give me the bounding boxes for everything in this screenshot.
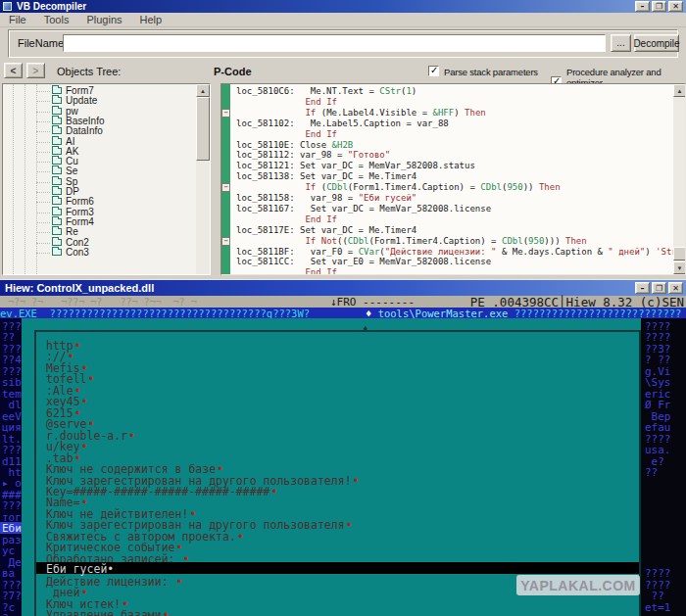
tree-item-pw[interactable]: pw — [3, 107, 210, 117]
frame-border-top — [34, 330, 641, 332]
vb-maximize-button[interactable]: ❐ — [652, 1, 666, 12]
code-line[interactable]: loc_5811BF: var_F0 = CVar("Действие лице… — [236, 247, 686, 258]
code-line[interactable]: End If — [236, 129, 337, 140]
right-column-entry: ???? — [645, 579, 671, 591]
left-column-entry: ??4 — [2, 354, 22, 365]
tree-scrollbar-thumb[interactable] — [196, 97, 210, 161]
left-column-entry: ?c — [2, 601, 15, 613]
code-line[interactable]: loc_581102: Me.Label5.Caption = var_88 — [236, 118, 449, 129]
code-token — [236, 182, 305, 192]
tree-item-dp[interactable]: DP — [3, 187, 210, 197]
tree-item-ai[interactable]: AI — [3, 137, 210, 147]
highlighted-string-row[interactable]: Еби гусей• — [36, 562, 639, 574]
tree-item-cu[interactable]: Cu — [3, 157, 210, 166]
folder-icon — [52, 178, 62, 185]
vb-decompiler-titlebar[interactable]: VB Decompiler – ❐ ✕ — [0, 0, 686, 13]
tree-item-ak[interactable]: AK — [3, 147, 210, 157]
vb-minimize-button[interactable]: – — [635, 1, 650, 12]
scroll-down-icon[interactable]: ▼ — [673, 261, 686, 274]
code-line[interactable]: loc_581112: var_98 = "Готово" — [236, 150, 390, 161]
string-row: дней• — [46, 586, 88, 597]
decompile-button[interactable]: Decompile — [634, 34, 679, 52]
string-row: r.double-a.r• — [46, 429, 135, 441]
status-garbled-text: ¬?¬ ?¬ ¬??¬ ¬? ??¬ ?¬¬ ¬? ¬ — [8, 297, 197, 308]
string-terminator-bullet: • — [81, 440, 88, 453]
tree-connector — [36, 142, 50, 143]
browse-button[interactable]: ... — [611, 34, 631, 52]
string-row: u/key• — [46, 440, 88, 451]
tree-item-con2[interactable]: Con2 — [3, 238, 210, 248]
fold-collapse-icon[interactable]: − — [221, 183, 230, 192]
fold-collapse-icon[interactable]: − — [221, 109, 230, 118]
tree-item-baseinfo[interactable]: BaseInfo — [3, 117, 210, 126]
fold-collapse-icon[interactable]: − — [221, 237, 230, 246]
tree-item-form4[interactable]: Form4 — [3, 217, 210, 227]
code-line[interactable]: loc_5811CC: Set var_E0 = MemVar_582008.l… — [236, 257, 491, 267]
code-line[interactable]: loc_58117E: Set var_DC = Me.Timer4 — [236, 225, 416, 236]
code-line[interactable]: End If — [236, 97, 337, 108]
frame-border-right — [639, 330, 641, 616]
tree-item-form3[interactable]: Form3 — [3, 208, 210, 217]
tree-item-sp[interactable]: Sp — [3, 177, 210, 187]
code-token: CDbl — [480, 182, 502, 192]
code-line[interactable]: loc_5810C6: Me.NT.Text = CStr(1) — [236, 86, 416, 97]
code-line[interactable]: loc_581121: Set var_DC = MemVar_582008.s… — [236, 161, 475, 171]
string-terminator-bullet: • — [270, 485, 277, 498]
code-line[interactable]: End If — [236, 214, 337, 225]
code-line[interactable]: loc_581158: var_98 = "Еби гусей" — [236, 193, 416, 204]
left-column-entry: dl — [2, 399, 22, 410]
folder-icon — [52, 118, 62, 124]
folder-icon — [52, 97, 62, 104]
right-column-entry: ???? — [645, 320, 671, 332]
nav-forward-button[interactable]: > — [26, 63, 45, 78]
tree-connector — [36, 112, 50, 113]
vb-close-button[interactable]: ✕ — [668, 1, 683, 12]
code-token: loc_58110E: Close — [236, 140, 332, 150]
filename-input[interactable] — [63, 34, 606, 52]
code-scrollbar-thumb[interactable] — [673, 247, 686, 261]
right-column-entry: eric — [645, 388, 671, 400]
code-token: &HFF — [433, 108, 455, 118]
tree-item-update[interactable]: Update — [3, 96, 210, 106]
code-scrollbar[interactable]: ▲ ▼ — [673, 84, 686, 274]
scroll-up-icon[interactable]: ▲ — [196, 84, 210, 97]
tree-item-form7[interactable]: Form7 — [3, 86, 210, 96]
left-column-entry: ус — [2, 545, 15, 556]
code-line[interactable]: If Not((CDbl(Form1.Timer4.Caption) = CDb… — [236, 236, 587, 247]
watermark-badge: YAPLAKAL.COM — [516, 575, 640, 595]
folder-icon — [52, 239, 62, 246]
left-column-entry: ?7? — [2, 590, 22, 601]
checkbox-option-0[interactable] — [428, 66, 439, 76]
menu-item-file[interactable]: File — [0, 13, 35, 26]
code-token: loc_581167: Set var_DC = MemVar_582008.l… — [236, 204, 491, 213]
hiew-maximize-button[interactable]: ❐ — [652, 282, 666, 294]
code-line[interactable]: loc_581167: Set var_DC = MemVar_582008.l… — [236, 204, 491, 214]
tree-item-se[interactable]: Se — [3, 166, 210, 176]
left-column-entry: ва — [2, 567, 15, 579]
folder-icon — [52, 198, 62, 205]
menu-item-plugins[interactable]: Plugins — [77, 13, 130, 26]
code-line[interactable]: loc_58110E: Close &H2B — [236, 140, 353, 151]
tree-scrollbar[interactable]: ▲ — [196, 84, 210, 274]
menu-item-tools[interactable]: Tools — [35, 13, 78, 26]
string-row: Управление базами• — [46, 608, 170, 616]
code-token: loc_581121: Set var_DC = MemVar_582008.s… — [236, 161, 475, 170]
hiew-minimize-button[interactable]: – — [635, 282, 650, 294]
tree-item-datainfo[interactable]: DataInfo — [3, 126, 210, 136]
code-token: ) — [412, 86, 416, 96]
code-line[interactable]: loc_581138: Set var_DC = Me.Timer4 — [236, 171, 416, 182]
nav-back-button[interactable]: < — [4, 63, 23, 78]
tree-item-re[interactable]: Re — [3, 227, 210, 237]
code-line[interactable]: End If — [236, 267, 337, 275]
hiew-titlebar[interactable]: Hiew: ControlX_unpacked.dll – ❐ ✕ — [0, 280, 686, 296]
code-line[interactable]: If (CDbl(Form1.Timer4.Caption) = CDbl(95… — [236, 182, 561, 193]
checkbox-label-0: Parse stack parameters — [444, 67, 538, 77]
tree-item-form6[interactable]: Form6 — [3, 197, 210, 207]
left-column-entry: Еби — [0, 522, 22, 534]
menu-item-help[interactable]: Help — [131, 13, 172, 26]
code-line[interactable]: If (Me.Label4.Visible = &HFF) Then — [236, 108, 486, 118]
tree-item-con3[interactable]: Con3 — [3, 248, 210, 258]
hiew-close-button[interactable]: ✕ — [668, 282, 683, 294]
code-token — [236, 214, 305, 224]
scroll-up-icon[interactable]: ▲ — [673, 84, 686, 97]
